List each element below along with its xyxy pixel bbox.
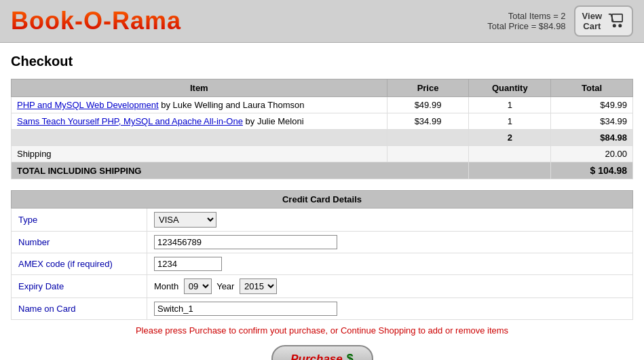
month-label: Month xyxy=(154,281,178,291)
cart-icon xyxy=(606,14,625,29)
cc-month-select[interactable]: 01 02 03 04 05 06 07 08 09 10 11 12 xyxy=(184,278,212,294)
subtotal-row: 2 $84.98 xyxy=(12,130,633,146)
cc-number-row: Number xyxy=(12,232,633,253)
view-cart-button[interactable]: View Cart xyxy=(574,5,633,37)
cc-number-input[interactable] xyxy=(154,235,337,249)
shipping-row: Shipping 20.00 xyxy=(12,146,633,162)
shipping-label: Shipping xyxy=(12,146,387,162)
cc-amex-input[interactable] xyxy=(154,257,222,271)
grand-total-qty-empty xyxy=(469,162,551,179)
cc-type-label: Type xyxy=(12,209,147,232)
cc-expiry-cell: Month 01 02 03 04 05 06 07 08 09 10 11 1… xyxy=(147,275,633,298)
book-link-1[interactable]: PHP and MySQL Web Development xyxy=(17,100,159,110)
cc-amex-label: AMEX code (if required) xyxy=(12,253,147,275)
svg-rect-0 xyxy=(612,14,622,22)
buttons-area: Purchase $ Continue Shopping xyxy=(11,345,633,360)
cc-number-label: Number xyxy=(12,232,147,253)
page-title: Checkout xyxy=(11,54,633,69)
total-cell-2: $34.99 xyxy=(551,113,633,130)
book-link-2[interactable]: Sams Teach Yourself PHP, MySQL and Apach… xyxy=(17,116,243,126)
main-content: Checkout Item Price Quantity Total PHP a… xyxy=(0,43,644,360)
cc-type-row: Type VISA Mastercard AMEX xyxy=(12,209,633,232)
cc-name-label: Name on Card xyxy=(12,298,147,320)
shipping-qty-empty xyxy=(469,146,551,162)
qty-cell-1: 1 xyxy=(469,97,551,113)
subtotal-price-empty xyxy=(387,130,469,146)
cc-amex-cell xyxy=(147,253,633,275)
by-keyword-2: by xyxy=(246,116,255,126)
subtotal-label-cell xyxy=(12,130,387,146)
col-header-quantity: Quantity xyxy=(469,79,551,97)
purchase-label: Purchase xyxy=(290,353,343,361)
cc-amex-row: AMEX code (if required) xyxy=(12,253,633,275)
logo: Book-O-Rama xyxy=(11,7,181,35)
table-row: PHP and MySQL Web Development by Luke We… xyxy=(12,97,633,113)
author-1: Luke Welling and Laura Thomson xyxy=(173,100,305,110)
header-right: Total Items = 2 Total Price = $84.98 Vie… xyxy=(487,5,633,37)
grand-total-amount: $ 104.98 xyxy=(551,162,633,179)
grand-total-label: TOTAL INCLUDING SHIPPING xyxy=(12,162,469,179)
purchase-dollar-icon: $ xyxy=(347,352,354,360)
total-price: Total Price = $84.98 xyxy=(487,21,565,31)
cc-expiry-label: Expiry Date xyxy=(12,275,147,298)
grand-total-row: TOTAL INCLUDING SHIPPING $ 104.98 xyxy=(12,162,633,179)
item-cell-1: PHP and MySQL Web Development by Luke We… xyxy=(12,97,387,113)
info-message: Please press Purchase to confirm yout pu… xyxy=(11,320,633,338)
cc-year-select[interactable]: 2013 2014 2015 2016 2017 xyxy=(240,278,277,294)
total-items: Total Items = 2 xyxy=(487,11,565,21)
total-cell-1: $49.99 xyxy=(551,97,633,113)
view-cart-label: View Cart xyxy=(582,11,602,31)
cc-number-cell xyxy=(147,232,633,253)
svg-point-2 xyxy=(618,24,622,27)
table-row: Sams Teach Yourself PHP, MySQL and Apach… xyxy=(12,113,633,130)
order-table: Item Price Quantity Total PHP and MySQL … xyxy=(11,79,633,179)
shipping-price-empty xyxy=(387,146,469,162)
subtotal-total: $84.98 xyxy=(551,130,633,146)
qty-cell-2: 1 xyxy=(469,113,551,130)
author-2: Julie Meloni xyxy=(257,116,304,126)
purchase-button[interactable]: Purchase $ xyxy=(271,345,373,360)
col-header-total: Total xyxy=(551,79,633,97)
subtotal-qty: 2 xyxy=(469,130,551,146)
cc-expiry-row: Expiry Date Month 01 02 03 04 05 06 07 0… xyxy=(12,275,633,298)
cc-name-input[interactable] xyxy=(154,302,337,316)
col-header-price: Price xyxy=(387,79,469,97)
shipping-amount: 20.00 xyxy=(551,146,633,162)
cc-type-cell: VISA Mastercard AMEX xyxy=(147,209,633,232)
cc-type-select[interactable]: VISA Mastercard AMEX xyxy=(154,212,216,228)
cc-name-row: Name on Card xyxy=(12,298,633,320)
credit-card-table: Credit Card Details Type VISA Mastercard… xyxy=(11,190,633,320)
price-cell-1: $49.99 xyxy=(387,97,469,113)
year-label: Year xyxy=(216,281,234,291)
item-cell-2: Sams Teach Yourself PHP, MySQL and Apach… xyxy=(12,113,387,130)
cc-section-title: Credit Card Details xyxy=(12,191,633,209)
by-keyword-1: by xyxy=(161,100,170,110)
header-info: Total Items = 2 Total Price = $84.98 xyxy=(487,11,565,31)
price-cell-2: $34.99 xyxy=(387,113,469,130)
header: Book-O-Rama Total Items = 2 Total Price … xyxy=(0,0,644,43)
svg-point-1 xyxy=(613,24,616,27)
col-header-item: Item xyxy=(12,79,387,97)
cc-name-cell xyxy=(147,298,633,320)
